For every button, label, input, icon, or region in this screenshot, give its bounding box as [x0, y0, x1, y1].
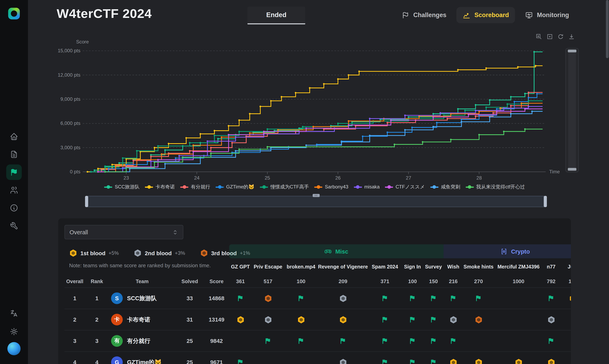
3rd-blood-hex-icon	[200, 249, 208, 257]
area-zoom-icon[interactable]	[536, 33, 542, 40]
blood-bonus: +5%	[109, 250, 119, 256]
legend-item[interactable]: 卡布奇诺	[145, 184, 175, 190]
language-button[interactable]	[6, 306, 22, 321]
solved-flag-icon	[548, 338, 555, 344]
legend-item[interactable]: Sarbony43	[314, 184, 348, 190]
chart-vertical-zoom-slider[interactable]	[566, 48, 579, 172]
challenge-header[interactable]: Revenge of Vigenere	[318, 264, 368, 270]
vertical-zoom-top-handle[interactable]	[568, 50, 576, 52]
sidebar-item-games[interactable]	[6, 165, 22, 180]
solved-count: 25	[176, 338, 204, 344]
solved-flag-icon	[450, 338, 457, 344]
nav-monitoring-button[interactable]: Monitoring	[519, 7, 575, 23]
chart-range-slider[interactable]	[86, 196, 546, 207]
first-blood-icon	[547, 358, 555, 364]
sidebar-bottom	[6, 306, 22, 355]
category-misc: Misc	[229, 244, 444, 258]
range-center-grip[interactable]	[313, 194, 320, 197]
range-left-handle[interactable]	[85, 196, 88, 207]
overall-rank: 3	[64, 338, 85, 344]
challenge-cell	[252, 294, 284, 302]
second-blood-icon	[547, 315, 555, 324]
solved-count: 25	[176, 359, 204, 364]
challenge-header[interactable]: Merciful ZMJ4396	[494, 264, 543, 270]
gzctf-logo-icon[interactable]	[8, 8, 20, 20]
challenge-cell	[318, 338, 368, 344]
blood-label: 1st blood	[80, 250, 105, 256]
challenge-points: 100	[559, 278, 571, 284]
nav-challenges-button[interactable]: Challenges	[395, 7, 453, 23]
legend-item[interactable]: CTFノススメ	[385, 184, 425, 190]
vertical-zoom-bottom-handle[interactable]	[568, 168, 576, 171]
challenge-header[interactable]: broken.mp4	[284, 264, 318, 270]
sidebar-item-teams[interactable]	[6, 182, 22, 198]
team-cell: SSCC旅游队	[109, 292, 176, 304]
sidebar-item-admin[interactable]	[6, 218, 22, 234]
legend-item[interactable]: SCC旅游队	[104, 184, 139, 190]
legend-item[interactable]: 有分就行	[180, 184, 210, 190]
nav-monitoring-label: Monitoring	[537, 12, 569, 19]
challenge-header[interactable]: Spam 2024	[368, 264, 401, 270]
team-name: GZTime的🐱	[127, 359, 162, 364]
solved-flag-icon	[475, 295, 482, 302]
challenge-header[interactable]: Wish	[443, 264, 463, 270]
challenge-header[interactable]: Smoke hints	[463, 264, 494, 270]
legend-line-marker-icon	[385, 186, 393, 188]
col-header-overall: Overall	[64, 278, 85, 284]
legend-team-label: misaka	[364, 184, 380, 190]
team-row[interactable]: 11SSCC旅游队3314868	[64, 287, 571, 309]
category-band: MiscCrypto	[229, 244, 571, 258]
team-avatar: 有	[111, 335, 123, 347]
range-right-handle[interactable]	[544, 196, 547, 207]
challenge-header[interactable]: n77	[543, 264, 559, 270]
legend-item[interactable]: 憧憬成为CTF高手	[260, 184, 309, 190]
solved-flag-icon	[450, 295, 457, 302]
legend-item[interactable]: 我从来没觉得ctf开心过	[466, 184, 525, 190]
page-scrollbar[interactable]	[606, 0, 609, 364]
team-row[interactable]: 44GGZTime的🐱259671	[64, 351, 571, 364]
zoom-reset-icon[interactable]	[546, 33, 553, 40]
tab-ended[interactable]: Ended	[247, 7, 305, 25]
legend-item[interactable]: 咸鱼突刺	[430, 184, 460, 190]
challenge-header[interactable]: Sign In	[401, 264, 423, 270]
page-scrollbar-thumb[interactable]	[606, 0, 609, 58]
legend-line-marker-icon	[354, 186, 362, 188]
legend-line-marker-icon	[180, 186, 188, 188]
svg-text:6,000 pts: 6,000 pts	[60, 120, 80, 126]
refresh-icon[interactable]	[557, 33, 564, 40]
team-row[interactable]: 33有有分就行259842	[64, 330, 571, 351]
user-avatar[interactable]	[7, 342, 21, 355]
solved-flag-icon	[381, 359, 388, 364]
sidebar-item-about[interactable]	[6, 200, 22, 216]
challenge-cell	[318, 358, 368, 364]
challenge-cell	[318, 315, 368, 324]
legend-item[interactable]: GZTime的🐱	[216, 184, 254, 190]
2nd-blood-legend-item: 2nd blood+3%	[134, 249, 185, 257]
download-icon[interactable]	[568, 33, 575, 40]
challenge-header[interactable]: GZ GPT	[229, 264, 252, 270]
svg-text:12,000 pts: 12,000 pts	[58, 72, 81, 78]
category-label: Misc	[335, 248, 348, 255]
challenge-cell	[463, 315, 494, 324]
filter-select[interactable]: Overall	[64, 225, 183, 239]
legend-line-marker-icon	[314, 186, 323, 188]
challenge-header[interactable]: Survey	[423, 264, 443, 270]
challenge-header[interactable]: Just	[559, 264, 571, 270]
solved-flag-icon	[430, 338, 437, 344]
sidebar-item-posts[interactable]	[6, 147, 22, 162]
solved-flag-icon	[340, 338, 346, 344]
sidebar-item-home[interactable]	[6, 129, 22, 144]
chart-toolbar	[536, 33, 575, 40]
solved-flag-icon	[430, 316, 437, 323]
settings-button[interactable]	[6, 324, 22, 339]
team-row[interactable]: 22卡卡布奇诺3113149	[64, 309, 571, 330]
ranking-note: Note: teams with same score are ranked b…	[69, 263, 211, 269]
language-icon	[10, 309, 18, 318]
solved-flag-icon	[409, 359, 416, 364]
challenge-cell	[423, 316, 443, 323]
legend-item[interactable]: misaka	[354, 184, 380, 190]
challenge-header[interactable]: Priv Escape	[252, 264, 284, 270]
nav-scoreboard-button[interactable]: Scoreboard	[457, 7, 515, 23]
legend-team-label: CTFノススメ	[396, 184, 425, 190]
challenge-cell	[252, 338, 284, 344]
